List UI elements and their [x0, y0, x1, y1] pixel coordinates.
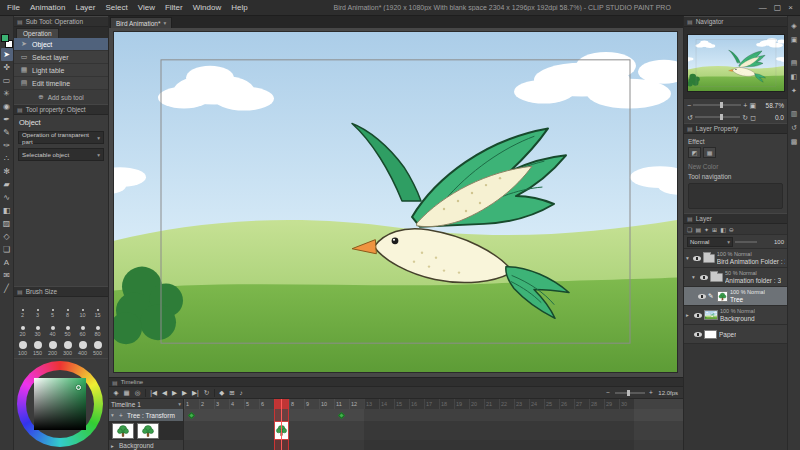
airbrush-tool-icon[interactable]: ∴ — [1, 152, 13, 165]
visibility-eye-icon[interactable] — [694, 313, 702, 318]
minimize-button[interactable]: — — [759, 3, 767, 12]
loop-button[interactable]: ↻ — [201, 387, 211, 398]
fill-tool-icon[interactable]: ◧ — [1, 204, 13, 217]
brush-size-preset[interactable]: 50 — [60, 318, 75, 337]
add-subtool-button[interactable]: ⊕ Add sub tool — [14, 90, 108, 104]
previous-frame-button[interactable]: ◀ — [160, 387, 170, 398]
close-button[interactable]: × — [788, 3, 793, 12]
figure-tool-icon[interactable]: ◇ — [1, 230, 13, 243]
timeline-zoom-out-button[interactable]: − — [604, 387, 613, 398]
frame-number[interactable]: 10 — [319, 399, 334, 409]
enable-keyframe-icon[interactable]: ◆ — [217, 387, 227, 398]
brush-size-panel-header[interactable]: ▤ Brush Size — [14, 286, 108, 297]
gradient-tool-icon[interactable]: ▨ — [1, 217, 13, 230]
menu-item[interactable]: Layer — [70, 0, 100, 15]
rotate-slider[interactable] — [695, 116, 740, 118]
timeline-selector[interactable]: Timeline 1 ▾ — [109, 399, 184, 409]
add-keyframe-icon[interactable]: + — [119, 412, 125, 419]
layer-row-animation-folder[interactable]: ▾ 50 % Normal Animation folder : 3 — [684, 268, 787, 287]
canvas-area[interactable] — [109, 28, 683, 377]
navigator-panel-header[interactable]: ▤ Navigator — [684, 16, 787, 27]
frame-number[interactable]: 3 — [214, 399, 229, 409]
quick-access-tab-icon[interactable]: ◈ — [791, 21, 796, 30]
pencil-tool-icon[interactable]: ✎ — [1, 126, 13, 139]
track-lane-tree[interactable] — [184, 409, 683, 421]
track-label-background[interactable]: ▸ Background — [109, 440, 184, 450]
delete-layer-icon[interactable]: ⊖ — [729, 226, 734, 233]
onion-skin-icon[interactable]: ◎ — [132, 387, 143, 398]
subtool-item-object[interactable]: ➤ Object — [14, 38, 108, 51]
rotate-left-button[interactable]: ↺ — [687, 112, 693, 123]
foreground-color-swatch[interactable] — [1, 34, 9, 42]
material-tab-icon[interactable]: ▩ — [791, 137, 798, 146]
new-animation-cel-icon[interactable]: ⊞ — [227, 387, 237, 398]
frame-number[interactable]: 8 — [289, 399, 304, 409]
timeline-ruler[interactable]: 1234567891011121314151617181920212223242… — [184, 399, 683, 409]
color-wheel[interactable] — [17, 361, 103, 447]
frame-number[interactable]: 2 — [199, 399, 214, 409]
expand-arrow-icon[interactable]: ▾ — [686, 255, 691, 261]
menu-item[interactable]: Select — [100, 0, 132, 15]
keyframe-diamond[interactable] — [338, 411, 345, 418]
brush-size-preset[interactable]: 200 — [45, 337, 60, 356]
visibility-eye-icon[interactable] — [693, 256, 700, 261]
menu-item[interactable]: Filter — [160, 0, 188, 15]
brush-tool-icon[interactable]: ✑ — [1, 139, 13, 152]
rotate-right-button[interactable]: ↻ — [742, 112, 748, 123]
visibility-eye-icon[interactable] — [700, 275, 708, 280]
keyframe-diamond[interactable] — [188, 411, 195, 418]
subtool-item-select-layer[interactable]: ▭ Select layer — [14, 51, 108, 64]
sound-icon[interactable]: ♪ — [237, 387, 245, 398]
zoom-out-button[interactable]: − — [687, 100, 691, 111]
frame-number[interactable]: 17 — [424, 399, 439, 409]
transparent-part-dropdown[interactable]: Operation of transparent part ▾ — [18, 131, 104, 144]
frame-number[interactable]: 14 — [379, 399, 394, 409]
subview-tab-icon[interactable]: ▤ — [791, 58, 798, 67]
tool-property-panel-header[interactable]: ▤ Tool property: Object — [14, 104, 108, 115]
play-button[interactable]: ▶ — [170, 387, 180, 398]
frame-number[interactable]: 30 — [619, 399, 634, 409]
opacity-slider[interactable] — [735, 241, 757, 243]
track-label-tree[interactable]: ▾ + Tree : Transform — [109, 409, 184, 421]
frame-number[interactable]: 20 — [469, 399, 484, 409]
next-frame-button[interactable]: ▶ — [180, 387, 190, 398]
decoration-tool-icon[interactable]: ✻ — [1, 165, 13, 178]
search-layer-tab-icon[interactable]: ✦ — [791, 86, 797, 95]
pen-tool-icon[interactable]: ✒ — [1, 113, 13, 126]
subtool-panel-header[interactable]: ▤ Sub Tool: Operation — [14, 16, 108, 27]
maximize-button[interactable]: ▢ — [774, 3, 782, 12]
track-cel-thumbnails[interactable] — [109, 421, 184, 440]
layer-property-tab-icon[interactable]: ◧ — [791, 72, 798, 81]
zoom-in-button[interactable]: + — [743, 100, 747, 111]
new-folder-icon[interactable]: ▤ — [695, 226, 701, 233]
layer-panel-header[interactable]: ▤ Layer — [684, 213, 787, 224]
color-swatches[interactable] — [1, 34, 13, 48]
frame-number[interactable]: 23 — [514, 399, 529, 409]
frame-number[interactable]: 11 — [334, 399, 349, 409]
timeline-zoom-in-button[interactable]: + — [647, 387, 656, 398]
layer-property-panel-header[interactable]: ▤ Layer Property — [684, 123, 787, 134]
menu-item[interactable]: Help — [226, 0, 252, 15]
timeline-edit-icon[interactable]: ◈ — [111, 387, 121, 398]
visibility-eye-icon[interactable] — [698, 294, 706, 299]
brush-size-preset[interactable]: 150 — [30, 337, 45, 356]
frame-number[interactable]: 1 — [184, 399, 199, 409]
go-to-end-button[interactable]: ▶| — [190, 387, 202, 398]
brush-size-preset[interactable]: 5 — [45, 299, 60, 318]
track-lane-background[interactable] — [184, 440, 683, 450]
move-tool-icon[interactable]: ✜ — [1, 61, 13, 74]
menu-item[interactable]: View — [133, 0, 160, 15]
brush-size-preset[interactable]: 15 — [90, 299, 105, 318]
eraser-tool-icon[interactable]: ▰ — [1, 178, 13, 191]
eyedropper-tool-icon[interactable]: ◉ — [1, 100, 13, 113]
frame-number[interactable]: 26 — [559, 399, 574, 409]
frame-border-tool-icon[interactable]: ❏ — [1, 243, 13, 256]
canvas-page[interactable] — [114, 32, 677, 372]
fit-to-screen-button[interactable]: ▣ — [749, 100, 756, 111]
brush-size-preset[interactable]: 10 — [75, 299, 90, 318]
border-effect-icon[interactable]: ◩ — [688, 147, 701, 158]
subtool-tab-operation[interactable]: Operation — [16, 28, 59, 38]
frame-number[interactable]: 13 — [364, 399, 379, 409]
reset-rotation-button[interactable]: ◻ — [750, 112, 756, 123]
selectable-object-dropdown[interactable]: Selectable object ▾ — [18, 148, 104, 161]
